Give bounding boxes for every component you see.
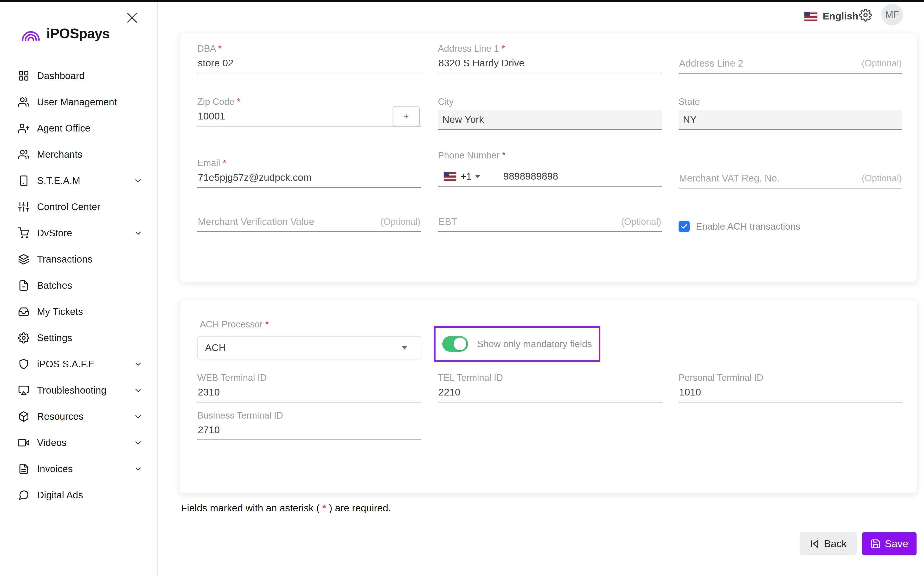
settings-gear-icon[interactable] <box>859 9 872 22</box>
ach-processor-select[interactable]: ACH <box>197 336 421 359</box>
sidebar-item-ipos-safe[interactable]: iPOS S.A.F.E <box>0 351 158 377</box>
sidebar-item-merchants[interactable]: Merchants <box>0 141 158 168</box>
city-input-disabled: New York <box>438 110 662 130</box>
skip-back-icon <box>809 538 820 549</box>
state-input-disabled: NY <box>678 110 902 130</box>
shield-icon <box>18 358 29 370</box>
mvv-input[interactable]: Merchant Verification Value (Optional) <box>197 215 421 232</box>
layers-icon <box>18 254 29 265</box>
ipospays-logo-icon <box>21 23 41 44</box>
sidebar-item-invoices[interactable]: Invoices <box>0 456 158 482</box>
smartphone-icon <box>18 175 29 186</box>
email-field: Email * 71e5pjg57z@zudpck.com <box>197 157 421 188</box>
chevron-down-icon[interactable] <box>134 464 143 474</box>
state-field: State NY <box>678 96 902 130</box>
sidebar-item-settings[interactable]: Settings <box>0 325 158 351</box>
ach-processor-label: ACH Processor * <box>200 319 269 330</box>
personal-terminal-field: Personal Terminal ID 1010 <box>678 372 902 403</box>
sliders-icon <box>18 201 29 213</box>
merchant-info-card: DBA * store 02 Address Line 1 * 8320 S H… <box>180 33 917 282</box>
vat-input[interactable]: Merchant VAT Reg. No. (Optional) <box>678 172 902 189</box>
avatar[interactable]: MF <box>881 4 903 26</box>
sidebar-nav: Dashboard User Management Agent Office M… <box>0 63 158 508</box>
sidebar-item-resources[interactable]: Resources <box>0 403 158 430</box>
business-terminal-input[interactable]: 2710 <box>197 424 421 440</box>
cart-icon <box>18 227 29 239</box>
gear-icon <box>18 332 29 343</box>
enable-ach-checkbox-row[interactable]: Enable ACH transactions <box>678 221 800 232</box>
sidebar-item-digital-ads[interactable]: Digital Ads <box>0 482 158 508</box>
user-plus-icon <box>18 122 29 134</box>
chevron-down-icon[interactable] <box>134 359 143 369</box>
ebt-field: EBT (Optional) <box>438 215 662 232</box>
required-fields-note: Fields marked with an asterisk ( * ) are… <box>181 503 391 514</box>
sidebar-item-agent-office[interactable]: Agent Office <box>0 115 158 141</box>
grid-icon <box>18 70 29 82</box>
zip-expand-button[interactable]: + <box>393 106 420 126</box>
file-minus-icon <box>18 280 29 291</box>
checkbox-checked-icon[interactable] <box>678 221 690 232</box>
message-icon <box>18 490 29 501</box>
sidebar-item-batches[interactable]: Batches <box>0 272 158 298</box>
chevron-down-icon[interactable] <box>134 386 143 395</box>
dba-input[interactable]: store 02 <box>197 57 421 73</box>
address-line1-input[interactable]: 8320 S Hardy Drive <box>438 57 662 73</box>
phone-field: Phone Number * +1 9898989898 <box>438 150 662 187</box>
package-icon <box>18 411 29 422</box>
address-line2-field: Address Line 2 (Optional) <box>678 57 902 74</box>
inbox-icon <box>18 306 29 318</box>
sidebar: iPOSpays Dashboard User Management Agent… <box>0 2 158 577</box>
chevron-down-icon[interactable] <box>134 412 143 421</box>
web-terminal-field: WEB Terminal ID 2310 <box>197 372 421 403</box>
email-input[interactable]: 71e5pjg57z@zudpck.com <box>197 171 421 188</box>
chevron-down-icon[interactable] <box>134 176 143 185</box>
us-flag-icon <box>444 172 456 181</box>
sidebar-item-user-management[interactable]: User Management <box>0 89 158 115</box>
address-line1-field: Address Line 1 * 8320 S Hardy Drive <box>438 43 662 73</box>
sidebar-item-transactions[interactable]: Transactions <box>0 246 158 272</box>
toggle-knob <box>454 338 466 350</box>
personal-terminal-input[interactable]: 1010 <box>678 386 902 403</box>
mvv-field: Merchant Verification Value (Optional) <box>197 215 421 232</box>
chevron-down-icon[interactable] <box>134 229 143 238</box>
vat-field: Merchant VAT Reg. No. (Optional) <box>678 172 902 189</box>
sidebar-item-my-tickets[interactable]: My Tickets <box>0 298 158 325</box>
ebt-input[interactable]: EBT (Optional) <box>438 215 662 232</box>
ach-settings-card: ACH Processor * ACH Show only mandatory … <box>180 300 917 493</box>
zip-code-input[interactable]: 10001 <box>197 110 421 126</box>
country-code-selector[interactable]: +1 <box>444 171 480 182</box>
users-icon <box>18 97 29 108</box>
save-button[interactable]: Save <box>862 532 916 555</box>
video-icon <box>18 437 29 448</box>
close-icon[interactable] <box>124 10 140 25</box>
sidebar-item-videos[interactable]: Videos <box>0 430 158 456</box>
save-floppy-icon <box>870 538 881 549</box>
file-text-icon <box>18 463 29 475</box>
window-top-edge <box>0 0 924 2</box>
web-terminal-input[interactable]: 2310 <box>197 386 421 403</box>
sidebar-item-dvstore[interactable]: DvStore <box>0 220 158 246</box>
us-flag-icon <box>804 12 817 21</box>
users-icon <box>18 149 29 160</box>
logo: iPOSpays <box>21 23 110 44</box>
chevron-down-icon[interactable] <box>134 438 143 447</box>
language-selector[interactable]: English <box>804 11 858 22</box>
phone-input[interactable]: +1 9898989898 <box>438 170 662 187</box>
sidebar-item-troubleshooting[interactable]: Troubleshooting <box>0 377 158 403</box>
dba-field: DBA * store 02 <box>197 43 421 73</box>
sidebar-item-control-center[interactable]: Control Center <box>0 194 158 220</box>
logo-text: iPOSpays <box>47 25 110 41</box>
mandatory-fields-toggle-on[interactable] <box>442 336 468 352</box>
dropdown-arrow-icon <box>402 346 407 350</box>
screencast-icon <box>18 385 29 396</box>
business-terminal-field: Business Terminal ID 2710 <box>197 410 421 440</box>
tel-terminal-input[interactable]: 2210 <box>438 386 662 403</box>
zip-code-field: Zip Code * 10001 + <box>197 96 421 126</box>
sidebar-item-dashboard[interactable]: Dashboard <box>0 63 158 89</box>
back-button[interactable]: Back <box>800 532 857 555</box>
language-label: English <box>823 11 858 22</box>
address-line2-input[interactable]: Address Line 2 (Optional) <box>678 57 902 74</box>
tel-terminal-field: TEL Terminal ID 2210 <box>438 372 662 403</box>
sidebar-item-steam[interactable]: S.T.E.A.M <box>0 168 158 194</box>
city-field: City New York <box>438 96 662 130</box>
